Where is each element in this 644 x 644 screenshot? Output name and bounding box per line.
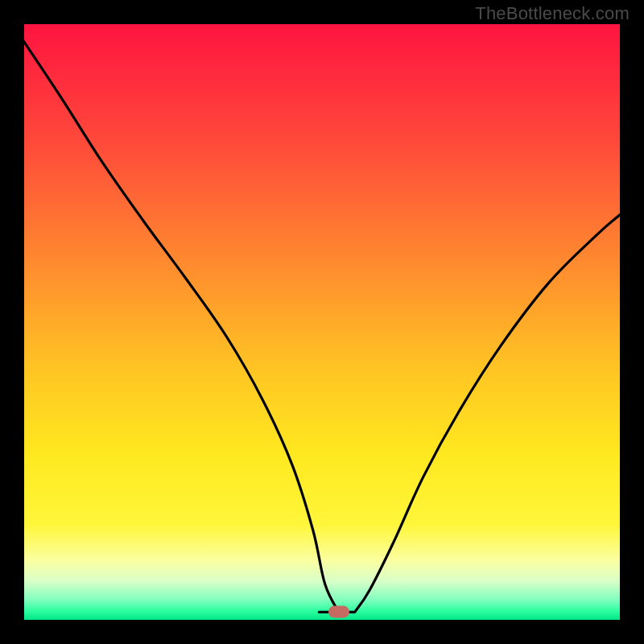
plot-area [24, 24, 620, 620]
valley-marker [328, 606, 349, 618]
watermark-text: TheBottleneck.com [475, 3, 630, 24]
bottleneck-curve [24, 24, 620, 620]
chart-frame: TheBottleneck.com [0, 0, 644, 644]
curve-path [24, 24, 620, 612]
